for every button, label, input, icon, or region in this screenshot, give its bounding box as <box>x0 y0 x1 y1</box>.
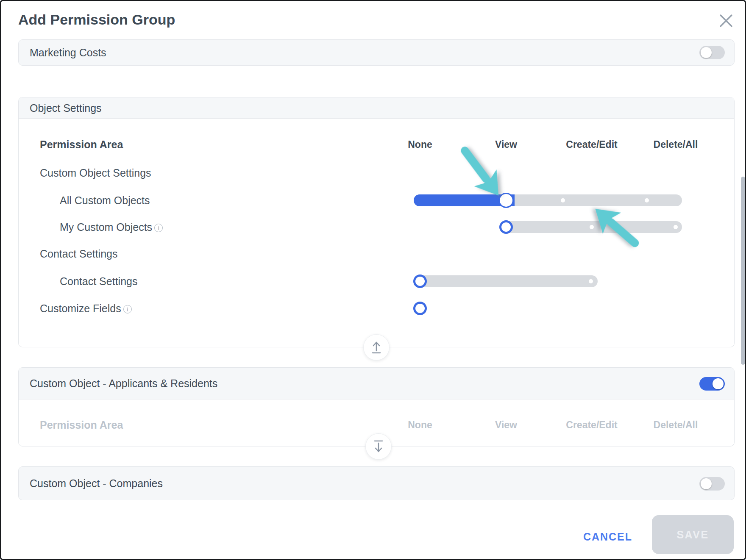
vertical-scrollbar[interactable] <box>741 177 745 365</box>
all-custom-objects-slider[interactable] <box>414 194 682 206</box>
row-custom-object-settings: Custom Object Settings <box>40 166 151 179</box>
column-header-create-edit-disabled: Create/Edit <box>558 419 626 431</box>
slider-stop-delete-all <box>645 198 649 202</box>
collapse-down-icon <box>372 440 385 453</box>
close-icon <box>718 13 734 28</box>
save-button[interactable]: SAVE <box>652 515 734 554</box>
my-custom-objects-label: My Custom Objects <box>60 221 152 233</box>
column-header-delete-all-disabled: Delete/All <box>642 419 710 431</box>
toggle-knob <box>701 478 712 489</box>
contact-settings-slider[interactable] <box>414 275 598 287</box>
slider-handle[interactable] <box>498 193 514 208</box>
permission-area-header-disabled: Permission Area <box>40 419 123 431</box>
column-header-create-edit: Create/Edit <box>558 138 626 151</box>
column-header-view-disabled: View <box>472 419 540 431</box>
companies-card: Custom Object - Companies <box>18 466 735 500</box>
slider-stop-create-edit <box>589 279 593 283</box>
applicants-card-toggle[interactable] <box>699 377 725 391</box>
object-settings-title: Object Settings <box>30 97 102 119</box>
column-header-delete-all: Delete/All <box>642 138 710 151</box>
close-button[interactable] <box>718 13 734 28</box>
companies-card-title: Custom Object - Companies <box>30 467 163 500</box>
applicants-card-title: Custom Object - Applicants & Residents <box>30 368 217 399</box>
toggle-knob <box>701 47 712 58</box>
row-contact-settings: Contact Settings <box>60 275 137 288</box>
collapse-up-icon <box>370 341 383 354</box>
column-header-none: None <box>386 138 454 151</box>
object-settings-card: Object Settings Permission Area None Vie… <box>18 97 735 347</box>
slider-stop-create-edit <box>590 225 594 229</box>
object-settings-header: Object Settings <box>19 97 734 119</box>
applicants-card-header: Custom Object - Applicants & Residents <box>19 368 734 399</box>
collapse-up-button[interactable] <box>363 334 390 360</box>
marketing-costs-row: Marketing Costs <box>18 39 735 66</box>
slider-handle[interactable] <box>499 220 513 234</box>
row-my-custom-objects: My Custom Objectsi <box>60 221 163 233</box>
column-header-view: View <box>472 138 540 151</box>
slider-handle[interactable] <box>413 274 427 288</box>
row-customize-fields: Customize Fieldsi <box>40 302 132 315</box>
info-icon[interactable]: i <box>123 305 132 313</box>
my-custom-objects-slider[interactable] <box>500 221 682 233</box>
customize-fields-slider-handle[interactable] <box>413 302 427 315</box>
customize-fields-label: Customize Fields <box>40 302 121 314</box>
cancel-button[interactable]: CANCEL <box>570 530 646 543</box>
marketing-costs-toggle[interactable] <box>699 46 725 59</box>
info-icon[interactable]: i <box>154 224 163 232</box>
slider-stop-create-edit <box>561 198 565 202</box>
companies-card-toggle[interactable] <box>699 477 725 491</box>
row-contact-settings-group: Contact Settings <box>40 247 117 260</box>
add-permission-group-modal: Add Permission Group Marketing Costs Obj… <box>0 0 746 560</box>
collapse-down-button[interactable] <box>365 433 392 460</box>
marketing-costs-label: Marketing Costs <box>30 40 106 65</box>
page-title: Add Permission Group <box>18 11 175 28</box>
slider-stop-delete-all <box>674 225 678 229</box>
row-all-custom-objects: All Custom Objects <box>60 194 150 207</box>
footer-divider <box>1 500 745 500</box>
toggle-knob <box>713 378 724 389</box>
permission-area-header: Permission Area <box>40 138 123 151</box>
column-header-none-disabled: None <box>386 419 454 431</box>
